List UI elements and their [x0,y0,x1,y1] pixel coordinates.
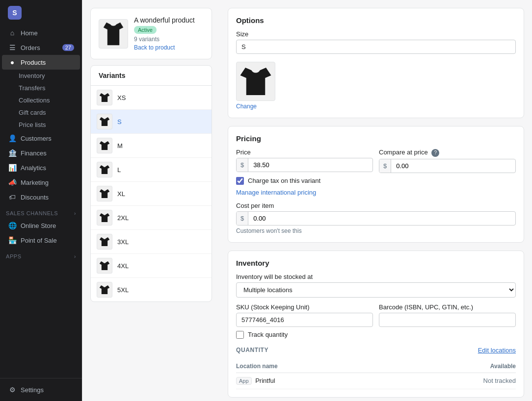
back-to-product-link[interactable]: Back to product [134,44,175,51]
sidebar-item-pos[interactable]: 🏪 Point of Sale [2,233,80,248]
variant-thumb-4xl [97,258,112,274]
price-input-wrapper: $ [236,158,373,172]
apps-expand-icon[interactable]: › [74,254,76,259]
sidebar-label-orders: Orders [21,44,40,51]
orders-icon: ☰ [8,44,17,51]
compare-price-input[interactable] [391,159,515,173]
right-panel: Options Size Change Pricing Price [220,0,532,401]
sidebar-label-settings: Settings [21,386,44,394]
sidebar-logo: S [0,0,82,25]
price-input[interactable] [248,158,372,172]
compare-price-label: Compare at price [379,149,428,156]
products-icon: ● [8,58,17,66]
sidebar-label-home: Home [21,29,38,37]
size-label: Size [236,30,516,38]
compare-price-help-icon[interactable]: ? [431,149,439,157]
sidebar-sub-price-lists[interactable]: Price lists [0,119,82,131]
charge-tax-label: Charge tax on this variant [248,177,320,184]
sidebar: S ⌂ Home ☰ Orders 27 ● Products Inventor… [0,0,82,401]
marketing-icon: 📣 [8,178,17,186]
sidebar-item-orders[interactable]: ☰ Orders 27 [2,40,80,55]
quantity-table: Location name Available App Printful Not… [236,360,516,389]
sidebar-label-pos: Point of Sale [21,237,57,244]
variant-thumb-3xl [97,234,112,250]
customers-icon: 👤 [8,134,17,142]
cost-prefix: $ [237,212,248,225]
variant-image-s [99,116,110,127]
variant-item-s[interactable]: S [91,110,212,134]
variant-item-m[interactable]: M [91,134,212,158]
sidebar-item-customers[interactable]: 👤 Customers [2,131,80,146]
variant-image-2xl [99,212,110,223]
apps-section: Apps › [0,248,82,261]
sidebar-label-customers: Customers [21,135,52,142]
manage-pricing-link[interactable]: Manage international pricing [236,189,516,196]
track-qty-checkbox[interactable] [236,331,244,339]
product-name: A wonderful product [134,16,204,24]
sku-label: SKU (Stock Keeping Unit) [236,303,373,311]
compare-price-label-row: Compare at price ? [379,149,516,157]
sidebar-item-analytics[interactable]: 📊 Analytics [2,160,80,175]
stocked-at-label: Inventory will be stocked at [236,273,516,280]
sidebar-item-settings[interactable]: ⚙ Settings [2,382,80,397]
sidebar-item-discounts[interactable]: 🏷 Discounts [2,190,80,204]
sidebar-label-analytics: Analytics [21,164,46,172]
available-col-header: Available [393,360,516,373]
sales-channels-label: Sales channels [6,210,58,216]
variant-label-xl: XL [117,190,125,198]
pos-icon: 🏪 [8,236,17,244]
variant-image-5xl [99,284,110,295]
track-qty-row: Track quantity [236,331,516,339]
variant-label-s: S [117,118,122,125]
variant-image-m [99,140,110,151]
sidebar-item-home[interactable]: ⌂ Home [2,25,80,40]
product-card: A wonderful product Active 9 variants Ba… [90,8,212,59]
variants-title: Variants [91,66,212,86]
variant-image-xl [99,188,110,199]
sku-input[interactable] [236,313,373,327]
pricing-title: Pricing [236,134,516,143]
compare-price-prefix: $ [379,159,391,173]
variant-image-l [99,164,110,175]
sidebar-item-products[interactable]: ● Products [2,55,80,70]
change-image-link[interactable]: Change [236,103,275,110]
sidebar-sub-inventory[interactable]: Inventory [0,70,82,82]
variant-thumb-m [97,138,112,153]
variant-image-3xl [99,236,110,247]
quantity-section-label: QUANTITY [236,347,268,353]
sidebar-item-marketing[interactable]: 📣 Marketing [2,175,80,190]
variant-item-l[interactable]: L [91,158,212,182]
sidebar-sub-transfers[interactable]: Transfers [0,82,82,94]
sidebar-item-finances[interactable]: 🏦 Finances [2,146,80,160]
app-badge: App [236,377,252,385]
product-image [103,21,124,47]
variant-item-2xl[interactable]: 2XL [91,206,212,230]
edit-locations-link[interactable]: Edit locations [478,347,516,354]
variant-label-2xl: 2XL [117,214,129,222]
sidebar-sub-collections[interactable]: Collections [0,94,82,106]
variant-item-5xl[interactable]: 5XL [91,278,212,301]
cost-input[interactable] [248,212,515,225]
sidebar-sub-gift-cards[interactable]: Gift cards [0,106,82,119]
sidebar-label-marketing: Marketing [21,179,49,186]
cost-help-text: Customers won't see this [236,227,516,234]
charge-tax-checkbox[interactable] [236,177,244,185]
location-col-header: Location name [236,360,393,373]
settings-icon: ⚙ [8,386,17,394]
variant-item-3xl[interactable]: 3XL [91,230,212,254]
variant-thumb-xs [97,90,112,105]
options-card: Options Size Change [228,8,524,118]
sales-channels-section: Sales channels › [0,204,82,218]
variant-item-4xl[interactable]: 4XL [91,254,212,278]
variant-item-xl[interactable]: XL [91,182,212,206]
location-select[interactable]: Multiple locations [236,282,516,298]
expand-icon[interactable]: › [74,211,76,216]
sidebar-item-online-store[interactable]: 🌐 Online Store [2,218,80,233]
variant-label-3xl: 3XL [117,238,129,246]
size-input[interactable] [236,40,516,54]
main-content: A wonderful product Active 9 variants Ba… [82,0,532,401]
barcode-input[interactable] [379,313,516,327]
home-icon: ⌂ [8,29,17,37]
variant-item-xs[interactable]: XS [91,86,212,110]
left-panel: A wonderful product Active 9 variants Ba… [82,0,220,401]
